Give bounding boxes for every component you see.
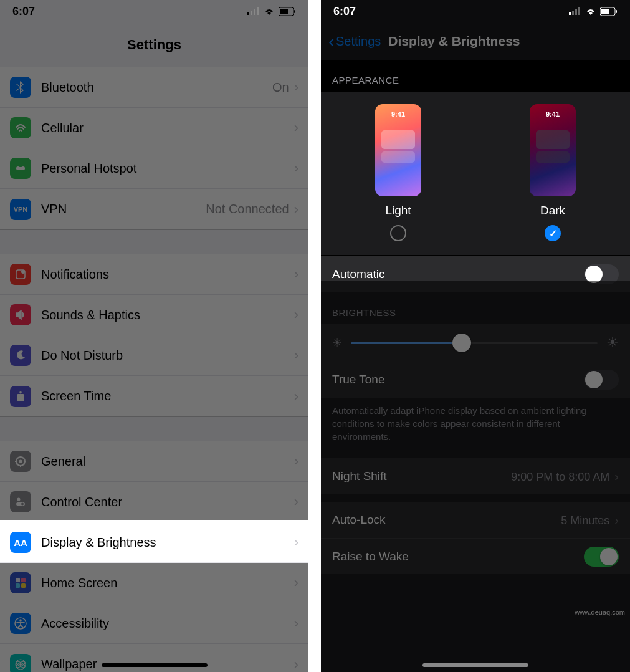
raise-toggle[interactable] bbox=[584, 547, 619, 567]
chevron-right-icon: › bbox=[294, 615, 298, 631]
row-label: Auto-Lock bbox=[332, 513, 386, 527]
home-icon bbox=[10, 572, 31, 593]
settings-row-cellular[interactable]: Cellular› bbox=[0, 108, 308, 148]
chevron-right-icon: › bbox=[294, 160, 298, 176]
settings-row-notifications[interactable]: Notifications› bbox=[0, 254, 308, 295]
home-indicator[interactable] bbox=[102, 663, 208, 667]
automatic-row[interactable]: Automatic bbox=[321, 256, 630, 292]
chevron-right-icon: › bbox=[294, 120, 298, 136]
row-label: True Tone bbox=[332, 373, 385, 386]
row-label: Raise to Wake bbox=[332, 550, 409, 564]
row-label: Notifications bbox=[41, 267, 294, 282]
vpn-icon: VPN bbox=[10, 199, 31, 220]
svg-rect-5 bbox=[280, 9, 288, 14]
svg-rect-33 bbox=[601, 9, 609, 14]
general-icon bbox=[10, 451, 31, 472]
svg-rect-29 bbox=[572, 11, 574, 15]
battery-icon bbox=[279, 7, 296, 16]
row-label: Do Not Disturb bbox=[41, 348, 294, 363]
row-value: 5 Minutes bbox=[561, 514, 609, 527]
row-label: Display & Brightness bbox=[41, 535, 294, 550]
slider-thumb[interactable] bbox=[452, 334, 471, 352]
appearance-option-light[interactable]: 9:41 Light bbox=[375, 104, 421, 241]
svg-point-11 bbox=[21, 270, 25, 274]
svg-rect-3 bbox=[257, 7, 259, 15]
status-indicators bbox=[247, 7, 296, 16]
settings-row-accessibility[interactable]: Accessibility› bbox=[0, 603, 308, 644]
svg-point-15 bbox=[17, 498, 21, 501]
row-value: Not Connected bbox=[206, 202, 289, 216]
svg-point-17 bbox=[21, 503, 24, 506]
notifications-icon bbox=[10, 264, 31, 285]
settings-row-general[interactable]: General› bbox=[0, 441, 308, 482]
truetone-description: Automatically adapt iPhone display based… bbox=[321, 398, 630, 458]
appearance-selector: 9:41 Light 9:41 Dark ✓ bbox=[321, 92, 630, 255]
settings-screen: 6:07 Settings BluetoothOn›Cellular›Perso… bbox=[0, 0, 308, 672]
chevron-right-icon: › bbox=[294, 575, 298, 591]
chevron-right-icon: › bbox=[294, 201, 298, 218]
brightness-slider[interactable] bbox=[351, 342, 598, 344]
svg-rect-20 bbox=[16, 583, 20, 588]
row-label: Sounds & Haptics bbox=[41, 308, 294, 322]
row-value: On bbox=[272, 80, 289, 95]
dnd-icon bbox=[10, 345, 31, 366]
page-title: Settings bbox=[0, 22, 308, 67]
control-icon bbox=[10, 491, 31, 512]
row-value: 9:00 PM to 8:00 AM bbox=[511, 471, 609, 483]
settings-row-control[interactable]: Control Center› bbox=[0, 482, 308, 522]
svg-rect-30 bbox=[575, 9, 577, 15]
wifi-icon bbox=[264, 7, 275, 16]
svg-rect-31 bbox=[578, 7, 580, 15]
brightness-slider-row: ☀︎ ☀︎ bbox=[321, 324, 630, 362]
cellular-signal-icon bbox=[569, 7, 581, 15]
status-bar: 6:07 bbox=[0, 0, 308, 22]
truetone-toggle[interactable] bbox=[584, 370, 619, 390]
settings-row-bluetooth[interactable]: BluetoothOn› bbox=[0, 67, 308, 108]
row-label: Screen Time bbox=[41, 389, 294, 403]
hotspot-icon bbox=[10, 158, 31, 179]
svg-rect-9 bbox=[17, 167, 24, 170]
appearance-option-dark[interactable]: 9:41 Dark ✓ bbox=[530, 104, 576, 241]
status-bar: 6:07 bbox=[321, 0, 630, 22]
settings-row-home[interactable]: Home Screen› bbox=[0, 563, 308, 603]
settings-row-wallpaper[interactable]: Wallpaper› bbox=[0, 644, 308, 672]
back-button[interactable]: ‹ Settings bbox=[328, 32, 381, 50]
radio-unchecked-icon[interactable] bbox=[390, 225, 406, 241]
settings-row-screentime[interactable]: Screen Time› bbox=[0, 376, 308, 416]
row-label: Cellular bbox=[41, 121, 294, 135]
chevron-right-icon: › bbox=[294, 266, 298, 282]
section-header-brightness: BRIGHTNESS bbox=[321, 292, 630, 324]
sounds-icon bbox=[10, 304, 31, 325]
autolock-row[interactable]: Auto-Lock 5 Minutes› bbox=[321, 502, 630, 538]
svg-rect-0 bbox=[247, 12, 249, 15]
wallpaper-icon bbox=[10, 654, 31, 673]
dark-label: Dark bbox=[540, 204, 565, 218]
nightshift-row[interactable]: Night Shift 9:00 PM to 8:00 AM› bbox=[321, 458, 630, 494]
watermark: www.deuaq.com bbox=[575, 608, 625, 616]
status-indicators bbox=[569, 7, 618, 16]
accessibility-icon bbox=[10, 613, 31, 634]
automatic-toggle[interactable] bbox=[584, 264, 619, 284]
svg-rect-12 bbox=[17, 394, 24, 401]
settings-row-vpn[interactable]: VPNVPNNot Connected› bbox=[0, 189, 308, 229]
svg-point-14 bbox=[19, 460, 22, 463]
settings-row-sounds[interactable]: Sounds & Haptics› bbox=[0, 295, 308, 335]
truetone-row[interactable]: True Tone bbox=[321, 362, 630, 398]
settings-row-dnd[interactable]: Do Not Disturb› bbox=[0, 335, 308, 376]
svg-rect-6 bbox=[294, 10, 295, 13]
status-time: 6:07 bbox=[333, 5, 356, 18]
back-label: Settings bbox=[336, 34, 381, 49]
row-label: Home Screen bbox=[41, 576, 294, 590]
raise-to-wake-row[interactable]: Raise to Wake bbox=[321, 538, 630, 574]
bluetooth-icon bbox=[10, 77, 31, 98]
cellular-icon bbox=[10, 117, 31, 138]
row-label: Personal Hotspot bbox=[41, 161, 294, 176]
radio-checked-icon[interactable]: ✓ bbox=[545, 225, 561, 241]
settings-row-hotspot[interactable]: Personal Hotspot› bbox=[0, 148, 308, 189]
section-header-appearance: APPEARANCE bbox=[321, 60, 630, 92]
row-label: Automatic bbox=[332, 267, 384, 281]
chevron-right-icon: › bbox=[294, 494, 298, 510]
settings-row-display[interactable]: AADisplay & Brightness› bbox=[0, 522, 308, 563]
home-indicator[interactable] bbox=[422, 663, 528, 667]
page-title: Display & Brightness bbox=[388, 34, 520, 49]
